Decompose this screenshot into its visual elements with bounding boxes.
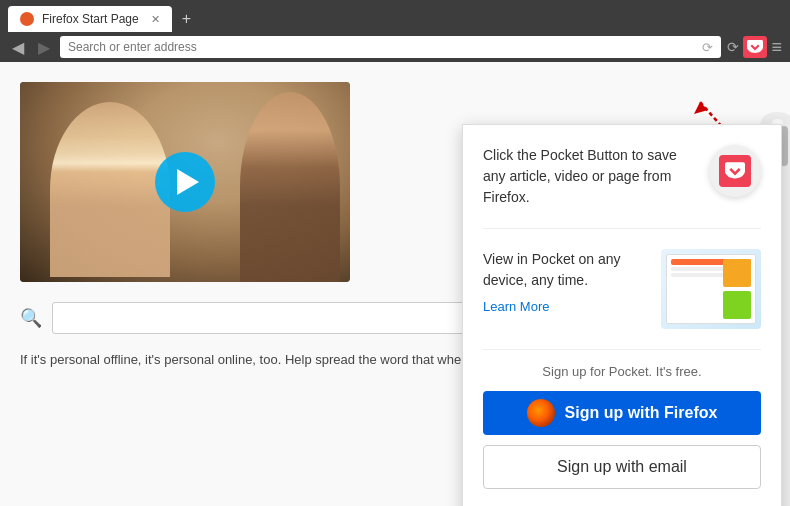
address-bar[interactable]: ⟳: [60, 36, 721, 58]
pocket-logo-inner: [719, 155, 751, 187]
menu-button[interactable]: ≡: [771, 37, 782, 58]
signup-email-label: Sign up with email: [557, 458, 687, 475]
tab-title: Firefox Start Page: [42, 12, 139, 26]
forward-button[interactable]: ▶: [34, 38, 54, 57]
signup-firefox-label: Sign up with Firefox: [565, 404, 718, 422]
learn-more-link[interactable]: Learn More: [483, 299, 549, 314]
pocket-logo-circle: [709, 145, 761, 197]
device-thumb2: [723, 291, 751, 319]
pocket-view-title: View in Pocket on any device, any time.: [483, 249, 645, 291]
signup-firefox-button[interactable]: Sign up with Firefox: [483, 391, 761, 435]
pocket-row2-text: View in Pocket on any device, any time. …: [483, 249, 645, 315]
play-triangle-icon: [177, 169, 199, 195]
page-content: 🔍 If it's personal offline, it's persona…: [0, 62, 790, 506]
pocket-devices-image: [661, 249, 761, 329]
signup-email-button[interactable]: Sign up with email: [483, 445, 761, 489]
pocket-dropdown-panel: Click the Pocket Button to save any arti…: [462, 124, 782, 506]
device-thumb1: [723, 259, 751, 287]
tab-favicon: [20, 12, 34, 26]
new-tab-button[interactable]: +: [176, 10, 197, 28]
back-button[interactable]: ◀: [8, 38, 28, 57]
panel-divider: [483, 349, 761, 350]
toolbar: ◀ ▶ ⟳ ⟳ ≡: [0, 32, 790, 62]
person2-silhouette: [240, 92, 340, 282]
play-button[interactable]: [155, 152, 215, 212]
video-thumbnail[interactable]: [20, 82, 350, 282]
pocket-row2: View in Pocket on any device, any time. …: [483, 249, 761, 329]
refresh-icon[interactable]: ⟳: [702, 40, 713, 55]
extra-refresh-icon[interactable]: ⟳: [727, 39, 739, 55]
device-screen: [666, 254, 756, 324]
person1-silhouette: [50, 102, 170, 277]
pocket-panel-inner: Click the Pocket Button to save any arti…: [463, 125, 781, 506]
search-icon: 🔍: [20, 307, 42, 329]
signup-prompt-text: Sign up for Pocket. It's free.: [483, 364, 761, 379]
tab-bar: Firefox Start Page ✕ +: [0, 0, 790, 32]
pocket-text-col: Click the Pocket Button to save any arti…: [483, 145, 693, 208]
pocket-row1: Click the Pocket Button to save any arti…: [483, 145, 761, 229]
tab-close-button[interactable]: ✕: [151, 13, 160, 26]
pocket-button[interactable]: [743, 36, 767, 58]
pocket-logo-icon: [725, 162, 745, 180]
pocket-icon: [747, 40, 763, 54]
address-input[interactable]: [68, 40, 696, 54]
toolbar-right: ⟳ ≡: [727, 36, 782, 58]
browser-chrome: Firefox Start Page ✕ + ◀ ▶ ⟳ ⟳ ≡: [0, 0, 790, 62]
firefox-icon: [527, 399, 555, 427]
pocket-click-desc: Click the Pocket Button to save any arti…: [483, 145, 693, 208]
active-tab[interactable]: Firefox Start Page ✕: [8, 6, 172, 32]
